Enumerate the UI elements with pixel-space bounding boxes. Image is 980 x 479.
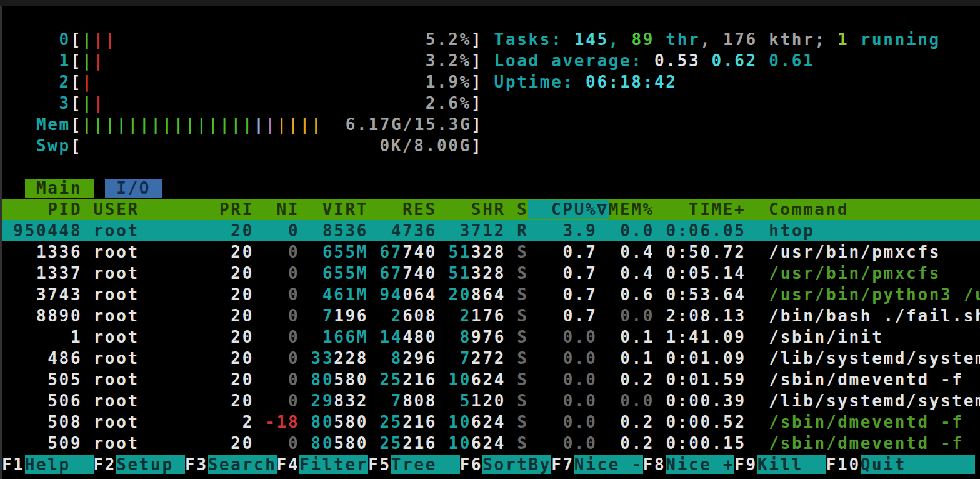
command-cell: /usr/bin/pmxcfs (769, 243, 941, 261)
meter-label: 3 (36, 94, 71, 113)
fkey-f6[interactable]: F6SortBy (460, 455, 552, 474)
tab-io[interactable]: I/O (105, 179, 162, 198)
cell: 20 (231, 306, 254, 325)
process-row[interactable]: 508 root 2 -18 80580 25216 10624 S 0.0 0… (2, 411, 980, 433)
cell: 0 (288, 264, 299, 283)
meter-bracket: [ (71, 115, 82, 134)
cell: 0.0 (563, 328, 598, 346)
load-average: Load average: (494, 51, 654, 70)
fkey-f2[interactable]: F2Setup (94, 455, 186, 474)
meter-label: 0 (36, 30, 71, 49)
fkey-f4[interactable]: F4Filter (277, 455, 369, 474)
user-cell: root (94, 221, 208, 240)
cell: 976 (471, 328, 506, 346)
cell: 8890 (36, 306, 82, 325)
state-cell: S (517, 391, 528, 410)
tab-main[interactable]: Main (25, 179, 94, 198)
cell: 2 (242, 413, 254, 431)
cell: 480 (402, 328, 437, 346)
fkey-f7[interactable]: F7Nice - (551, 455, 643, 474)
cell: 4736 (391, 221, 437, 240)
command-cell: /sbin/dmeventd -f (769, 413, 963, 431)
fkey-action-label: Setup (116, 455, 185, 474)
uptime: Uptime: (494, 73, 586, 91)
cell: 505 (48, 370, 82, 389)
process-row[interactable]: 1336 root 20 0 655M 67740 51328 S 0.7 0.… (2, 241, 980, 263)
header-columns[interactable]: MEM% TIME+ Command (609, 200, 849, 219)
fkey-action-label: Filter (299, 455, 368, 474)
fkey-f5[interactable]: F5Tree (368, 455, 460, 474)
meter-tick: | (277, 115, 288, 134)
cell: 0:01.09 (666, 349, 746, 368)
load-average: 0.53 (654, 51, 712, 70)
cell: 624 (471, 434, 506, 453)
meter-bracket: [ (71, 73, 82, 91)
cell: 20 (231, 391, 254, 410)
table-header[interactable]: PID USER PRI NI VIRT RES SHR S CPU%∇MEM%… (2, 199, 980, 220)
fkey-f9[interactable]: F9Kill (734, 455, 826, 474)
header-columns[interactable]: PID USER PRI NI VIRT RES SHR S (2, 200, 528, 219)
meter-tick: | (82, 30, 93, 49)
fkey-f8[interactable]: F8Nice + (643, 455, 735, 474)
cell: 2 (391, 306, 402, 325)
fkey-label: F6 (460, 455, 483, 474)
cell: 20 (231, 349, 254, 368)
fkey-f1[interactable]: F1Help (2, 455, 94, 474)
fkey-action-label: Quit (861, 455, 975, 474)
command-cell: htop (769, 221, 814, 240)
cell: 832 (334, 391, 368, 410)
cell: 20 (231, 243, 254, 261)
process-row[interactable]: 486 root 20 0 33228 8296 7272 S 0.0 0.1 … (2, 348, 980, 369)
fkey-label: F4 (277, 455, 300, 474)
cell: 0:53.64 (666, 285, 746, 304)
meter-bracket: [ (71, 30, 82, 49)
cell: 3.9 (563, 221, 598, 240)
fkey-f3[interactable]: F3Search (185, 455, 277, 474)
state-cell: S (517, 306, 528, 325)
cell: 0.2 (620, 413, 654, 431)
uptime: 06:18:42 (586, 73, 678, 91)
meter-value: 6.17G/15.3G (346, 115, 471, 134)
meter-bracket: ] (471, 73, 482, 91)
cell: 0 (288, 243, 299, 261)
header-sort-cpu[interactable]: CPU%∇ (528, 200, 608, 219)
cell: 0.0 (563, 349, 598, 368)
tasks-summary: 145 (574, 30, 609, 49)
meter-label: 1 (36, 51, 71, 70)
cell: 2 (460, 306, 471, 325)
process-row[interactable]: 1337 root 20 0 655M 67740 51328 S 0.7 0.… (2, 263, 980, 284)
meter-bracket: ] (471, 30, 482, 49)
fkey-label: F5 (368, 455, 391, 474)
process-row[interactable]: 509 root 20 0 80580 25216 10624 S 0.0 0.… (2, 433, 980, 454)
meter-tick: | (265, 115, 276, 134)
process-row[interactable]: 3743 root 20 0 461M 94064 20864 S 0.7 0.… (2, 284, 980, 305)
load-average: 0.62 (712, 51, 769, 70)
process-row[interactable]: 1 root 20 0 166M 14480 8976 S 0.0 0.1 1:… (2, 326, 980, 348)
fkey-f10[interactable]: F10Quit (826, 455, 975, 474)
fkey-label: F1 (2, 455, 25, 474)
cell: 5 (460, 391, 471, 410)
cell: 0:50.72 (666, 243, 746, 261)
command-cell: /lib/systemd/system (769, 391, 980, 410)
cell: 0.1 (620, 349, 654, 368)
process-row[interactable]: 8890 root 20 0 7196 2608 2176 S 0.7 0.0 … (2, 305, 980, 326)
process-row[interactable]: 950448 root 20 0 8536 4736 3712 R 3.9 0.… (2, 220, 980, 241)
meter-cpu0: 0[||| 5.2%] Tasks: 145, 89 thr, 176 kthr… (2, 29, 980, 50)
cell: 272 (471, 349, 506, 368)
cell: 8 (460, 328, 471, 346)
cell: 0.7 (563, 243, 598, 261)
process-row[interactable]: 505 root 20 0 80580 25216 10624 S 0.0 0.… (2, 369, 980, 390)
window-top-edge (0, 0, 980, 6)
meter-tick: | (185, 115, 196, 134)
cell: 506 (48, 391, 82, 410)
cell: 0 (288, 349, 299, 368)
cell: 0 (288, 434, 299, 453)
meter-cpu3: 3[|| 2.6%] (2, 93, 980, 114)
cell: 608 (402, 306, 437, 325)
process-row[interactable]: 506 root 20 0 29832 7808 5120 S 0.0 0.0 … (2, 390, 980, 411)
cell: 7 (460, 349, 471, 368)
cell: 20 (448, 285, 471, 304)
user-cell: root (94, 285, 208, 304)
meter-tick: | (116, 115, 128, 134)
cell: 486 (48, 349, 82, 368)
